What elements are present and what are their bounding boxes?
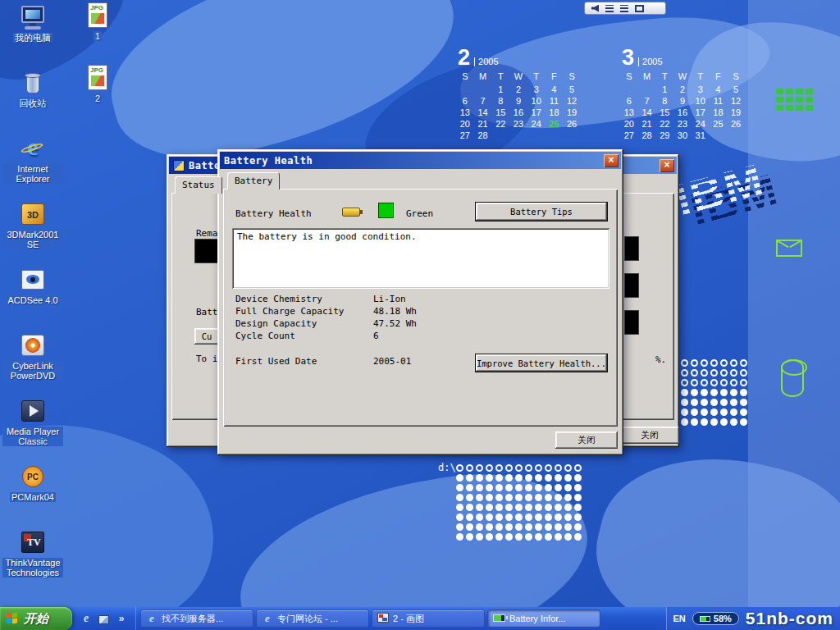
health-status-color-swatch — [378, 203, 394, 218]
grid-icon — [776, 89, 813, 111]
jpg-file-icon-image: JPG — [84, 64, 112, 92]
jpg-file-icon: JPG — [84, 2, 112, 30]
calendar-date: 22 — [655, 119, 673, 130]
battery-tray-indicator[interactable]: 58% — [692, 612, 739, 625]
field-row: Device Chemistry Li-Ion — [235, 294, 417, 306]
desktop-jpg-file[interactable]: JPG 1 — [79, 2, 116, 64]
desktop-icon[interactable]: ACDSee 4.0 — [2, 266, 64, 331]
calendar-date: 20 — [620, 119, 638, 130]
task-button-icon: e — [262, 613, 273, 624]
calendar-date: 25 — [546, 119, 564, 130]
desktop-icon[interactable]: e Internet Explorer — [2, 135, 64, 200]
battery-status-icon — [342, 208, 360, 217]
ie-icon: e — [262, 613, 273, 624]
calendar-date: 26 — [563, 119, 581, 130]
calendar-header: 3 2005 — [620, 44, 745, 69]
speaker-icon[interactable] — [591, 5, 599, 12]
jpg-file-column: JPG 1 JPG 2 — [79, 2, 116, 126]
task-button-label: 专门网论坛 - ... — [277, 613, 338, 625]
improve-button-label: Improve Battery Health... — [477, 358, 606, 368]
battery-health-label: Battery Health — [235, 208, 312, 219]
close-icon[interactable] — [604, 154, 619, 167]
calendar-day-header: S — [456, 71, 474, 82]
calendar-date: 4 — [710, 84, 728, 95]
calendar-date: 28 — [474, 130, 492, 141]
calendar-date: 3 — [692, 84, 710, 95]
desktop-icon[interactable]: 我的电脑 — [2, 3, 64, 69]
task-button-icon — [493, 614, 505, 623]
calendar-date: 13 — [456, 107, 474, 118]
start-button[interactable]: 开始 — [0, 607, 72, 630]
dot-pattern-right — [671, 359, 747, 426]
calendar-march: 3 2005 SMTWTFS 1234567891011121314151617… — [620, 44, 745, 141]
start-button-label: 开始 — [24, 611, 48, 627]
desktop-icon[interactable]: TV ThinkVantage Technologies — [2, 528, 64, 594]
calendar-year: 2005 — [638, 57, 662, 66]
desktop: IBM IBM d:\ 我的电脑 回收站 e Internet Expl — [0, 0, 840, 630]
my-computer-icon — [19, 3, 47, 31]
quick-launch-ie-icon[interactable]: e — [80, 612, 93, 625]
battery-health-titlebar[interactable]: Battery Health — [220, 152, 621, 169]
language-indicator[interactable]: EN — [673, 614, 686, 623]
internet-explorer-icon: e — [19, 135, 47, 162]
field-label: Full Charge Capacity — [235, 306, 373, 318]
tab-battery-label: Battery — [235, 176, 272, 186]
thinkvantage-icon: TV — [19, 528, 47, 556]
task-button-icon — [377, 613, 389, 624]
calendar-date: 10 — [692, 96, 710, 107]
calendar-date: 10 — [527, 96, 546, 107]
battery-meter-1 — [624, 236, 639, 261]
calendar-date: 2 — [509, 84, 527, 95]
calendar-date: 16 — [509, 107, 527, 118]
calendar-day-headers: SMTWTFS — [456, 71, 581, 82]
quick-launch-overflow-chevron[interactable]: » — [115, 612, 128, 625]
quick-launch-show-desktop-icon[interactable] — [98, 615, 109, 624]
calendar-date: 17 — [692, 107, 710, 118]
calendar-date: 9 — [673, 96, 692, 107]
calendar-date: 15 — [491, 107, 509, 118]
volume-slider-icon[interactable] — [605, 5, 614, 12]
calendar-day-header: F — [546, 71, 564, 82]
taskbar-task-button[interactable]: e 专门网论坛 - ... — [256, 609, 369, 628]
brightness-slider-icon[interactable] — [620, 5, 628, 12]
ie-icon: e — [146, 613, 158, 624]
calendar-date: 23 — [509, 119, 527, 130]
close-window-button-label: 关闭 — [641, 430, 659, 441]
condition-textbox[interactable]: The battery is in good condition. — [232, 228, 609, 289]
field-value: 48.18 Wh — [373, 306, 417, 318]
taskbar-task-button[interactable]: 2 - 画图 — [372, 609, 485, 628]
tab-status[interactable]: Status — [175, 176, 222, 194]
desktop-icon[interactable]: 3D 3DMark2001 SE — [2, 200, 64, 266]
calendar-day-header: M — [638, 71, 656, 82]
battery-meter-3 — [624, 310, 639, 335]
current-settings-button[interactable]: Cu — [194, 328, 219, 345]
field-row: Design Capacity 47.52 Wh — [235, 318, 417, 331]
battery-tips-button[interactable]: Battery Tips — [476, 203, 607, 221]
calendar-date: 16 — [673, 107, 692, 118]
calendar-date: 21 — [638, 119, 656, 130]
calendar-date: 30 — [673, 130, 692, 141]
taskbar-task-button[interactable]: e 找不到服务器... — [140, 609, 253, 628]
desktop-icon[interactable]: PC PCMark04 — [2, 463, 64, 528]
3dmark-icon: 3D — [19, 200, 47, 228]
improve-battery-health-button[interactable]: Improve Battery Health... — [476, 354, 607, 372]
close-dialog-button[interactable]: 关闭 — [555, 431, 618, 449]
calendar-date: 7 — [474, 96, 492, 107]
tab-battery[interactable]: Battery — [227, 172, 280, 189]
calendar-date: 19 — [563, 107, 581, 118]
desktop-icon[interactable]: 回收站 — [2, 69, 64, 135]
desktop-icon-label: 回收站 — [18, 98, 48, 108]
display-icon[interactable] — [635, 5, 644, 12]
taskbar-task-button[interactable]: Battery Infor... — [487, 609, 600, 628]
desktop-icon[interactable]: Media Player Classic — [2, 397, 64, 463]
calendar-date: 12 — [563, 96, 581, 107]
battery-detail-fields: Device Chemistry Li-Ion Full Charge Capa… — [235, 294, 417, 343]
desktop-jpg-file[interactable]: JPG 2 — [79, 64, 116, 126]
calendar-date: 1 — [655, 84, 673, 95]
calendar-date: 11 — [710, 96, 728, 107]
task-button-label: 2 - 画图 — [393, 613, 424, 625]
close-window-button[interactable]: 关闭 — [620, 427, 679, 444]
close-icon[interactable] — [660, 159, 674, 172]
calendar-day-header: T — [655, 71, 673, 82]
desktop-icon[interactable]: CyberLink PowerDVD — [2, 331, 64, 397]
